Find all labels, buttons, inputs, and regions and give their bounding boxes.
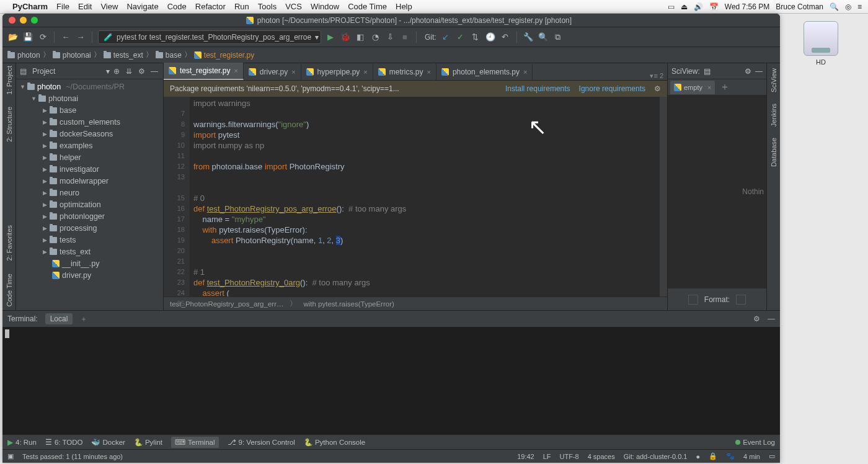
tray-eject-icon[interactable]: ⏏: [681, 2, 688, 11]
git-history-icon[interactable]: 🕘: [485, 32, 496, 43]
tree-dir[interactable]: ▶photonlogger: [16, 210, 163, 222]
status-lock-icon[interactable]: 🔒: [709, 452, 717, 460]
tree-file[interactable]: driver.py: [16, 269, 163, 281]
tool-favorites[interactable]: 2: Favorites: [6, 225, 13, 261]
hide-panel-icon[interactable]: —: [755, 67, 763, 76]
ide-settings-icon[interactable]: 🔧: [523, 32, 534, 43]
crumb-tests-ext[interactable]: tests_ext: [104, 51, 143, 60]
status-branch[interactable]: Git: add-cluster-0.0.1: [624, 453, 688, 460]
menu-file[interactable]: File: [56, 2, 69, 11]
notification-center-icon[interactable]: ≡: [857, 2, 862, 11]
hide-panel-icon[interactable]: —: [151, 67, 159, 76]
tree-dir[interactable]: ▶examples: [16, 140, 163, 151]
structure-icon[interactable]: ⧉: [552, 32, 564, 43]
tree-dir[interactable]: ▶helper: [16, 151, 163, 163]
spotlight-icon[interactable]: 🔍: [830, 2, 839, 11]
tray-clock[interactable]: Wed 7:56 PM: [725, 2, 769, 11]
editor-breadcrumb[interactable]: test_PhotonRegistry_pos_arg_err…〉with py…: [164, 297, 667, 310]
tree-pkg[interactable]: ▼photonai: [16, 92, 163, 104]
tree-dir[interactable]: ▶tests: [16, 234, 163, 246]
tool-jenkins[interactable]: Jenkins: [770, 104, 777, 127]
chevron-down-icon[interactable]: ▾: [106, 67, 110, 76]
maximize-window-button[interactable]: [31, 17, 38, 24]
menu-navigate[interactable]: Navigate: [126, 2, 158, 11]
project-view-icon[interactable]: ▤: [20, 67, 29, 76]
tree-dir[interactable]: ▶processing: [16, 222, 163, 234]
split-indicator[interactable]: ▾≡ 2: [646, 72, 667, 80]
close-icon[interactable]: ×: [707, 84, 711, 91]
project-tree[interactable]: ▼photon~/Documents/PR ▼photonai ▶base ▶c…: [16, 79, 163, 310]
editor-body[interactable]: 789101112131516171819202122232425 import…: [164, 97, 667, 297]
tree-dir[interactable]: ▶neuro: [16, 187, 163, 199]
close-icon[interactable]: ×: [427, 68, 430, 76]
menu-code[interactable]: Code: [167, 2, 187, 11]
format-select-box[interactable]: [736, 295, 746, 305]
ignore-requirements-link[interactable]: Ignore requirements: [579, 84, 645, 93]
tool-python-console[interactable]: 🐍Python Console: [304, 438, 365, 447]
menu-view[interactable]: View: [100, 2, 118, 11]
tool-todo[interactable]: ☰6: TODO: [45, 438, 83, 447]
gear-icon[interactable]: ⚙: [753, 315, 760, 323]
tray-display-icon[interactable]: ▭: [668, 2, 675, 11]
status-mem-icon[interactable]: ▭: [769, 452, 775, 460]
tab-photon-elements[interactable]: photon_elements.py×: [436, 64, 533, 80]
view-mode-icon[interactable]: ▤: [704, 67, 711, 76]
debug-button[interactable]: 🐞: [340, 32, 351, 43]
git-update-icon[interactable]: ↙: [440, 32, 451, 43]
tree-file[interactable]: __init__.py: [16, 257, 163, 269]
attach-icon[interactable]: ⇩: [384, 32, 396, 43]
status-line-sep[interactable]: LF: [543, 453, 551, 460]
search-everywhere-icon[interactable]: 🔍: [538, 32, 549, 43]
tree-dir[interactable]: ▶modelwrapper: [16, 175, 163, 187]
save-all-icon[interactable]: 💾: [22, 32, 33, 43]
tab-test-register[interactable]: test_register.py×: [164, 63, 244, 80]
sciview-tab-empty[interactable]: empty×: [670, 81, 715, 94]
crumb-project[interactable]: photon: [7, 51, 40, 60]
menu-vcs[interactable]: VCS: [285, 2, 302, 11]
tool-docker[interactable]: 🐳Docker: [91, 438, 125, 447]
menu-tools[interactable]: Tools: [258, 2, 277, 11]
tree-dir[interactable]: ▶custom_elements: [16, 116, 163, 128]
tool-terminal[interactable]: ⌨Terminal: [171, 437, 218, 448]
menu-help[interactable]: Help: [396, 2, 412, 11]
tab-driver[interactable]: driver.py×: [244, 64, 301, 80]
profile-icon[interactable]: ◔: [370, 32, 381, 43]
tool-windows-icon[interactable]: ▣: [7, 452, 14, 460]
tool-pylint[interactable]: 🐍Pylint: [134, 438, 162, 447]
open-icon[interactable]: 📂: [7, 32, 19, 43]
collapse-icon[interactable]: ⇊: [126, 67, 135, 76]
locate-icon[interactable]: ⊕: [113, 67, 122, 76]
gear-icon[interactable]: ⚙: [654, 84, 661, 93]
close-icon[interactable]: ×: [363, 68, 367, 76]
add-terminal-icon[interactable]: ＋: [80, 314, 87, 324]
format-color-box[interactable]: [688, 295, 698, 305]
tray-user[interactable]: Bruce Cotman: [776, 2, 823, 11]
close-icon[interactable]: ×: [291, 68, 295, 76]
hide-panel-icon[interactable]: —: [768, 315, 775, 323]
menu-window[interactable]: Window: [311, 2, 339, 11]
tab-hyperpipe[interactable]: hyperpipe.py×: [301, 64, 373, 80]
coverage-icon[interactable]: ◧: [355, 32, 366, 43]
status-encoding[interactable]: UTF-8: [560, 453, 579, 460]
back-icon[interactable]: ←: [60, 32, 71, 43]
stop-button[interactable]: ■: [399, 32, 410, 43]
mac-menu-bar[interactable]: PyCharm File Edit View Navigate Code Ref…: [0, 0, 868, 14]
crumb-base[interactable]: base: [156, 51, 182, 60]
git-compare-icon[interactable]: ⇅: [470, 32, 481, 43]
menu-codetime[interactable]: Code Time: [348, 2, 387, 11]
line-gutter[interactable]: 789101112131516171819202122232425: [164, 97, 190, 297]
siri-icon[interactable]: ◎: [845, 2, 851, 11]
status-sync-icon[interactable]: ●: [696, 453, 700, 460]
status-timer[interactable]: 4 min: [743, 453, 760, 460]
gear-icon[interactable]: ⚙: [138, 67, 147, 76]
git-revert-icon[interactable]: ↶: [500, 32, 511, 43]
status-position[interactable]: 19:42: [517, 453, 534, 460]
status-indent[interactable]: 4 spaces: [588, 453, 615, 460]
menu-edit[interactable]: Edit: [78, 2, 92, 11]
menu-run[interactable]: Run: [234, 2, 249, 11]
close-icon[interactable]: ×: [523, 68, 527, 76]
terminal-session-tab[interactable]: Local: [45, 313, 73, 324]
tree-root[interactable]: ▼photon~/Documents/PR: [16, 81, 163, 92]
tree-dir[interactable]: ▶tests_ext: [16, 246, 163, 257]
desktop-drive[interactable]: HD: [796, 21, 846, 66]
